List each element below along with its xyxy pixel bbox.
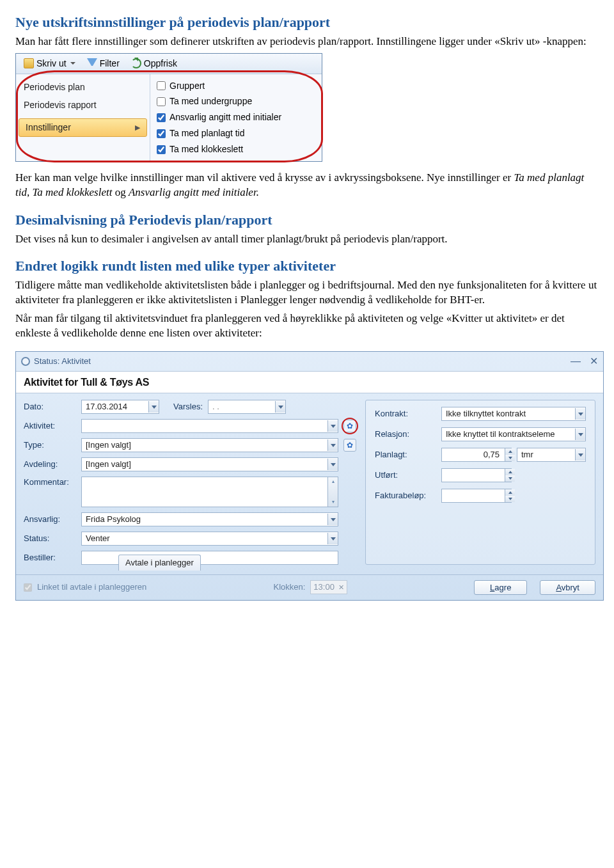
scrollbar[interactable]: ▴▾ <box>327 477 338 507</box>
type-gear-button[interactable]: ✿ <box>343 439 356 452</box>
kontrakt-input[interactable]: Ikke tilknyttet kontrakt <box>441 407 586 421</box>
label-dato: Dato: <box>24 401 76 413</box>
dialog-bottom: Linket til avtale i planleggeren Klokken… <box>16 574 603 600</box>
checkbox-planlagt[interactable] <box>157 129 166 138</box>
filter-icon <box>87 58 97 68</box>
check-planlagt[interactable]: Ta med planlagt tid <box>155 125 317 141</box>
row-type: Type: [Ingen valgt] ✿ <box>24 438 356 452</box>
dropdown-icon[interactable] <box>575 449 585 461</box>
faktura-input[interactable] <box>441 489 512 503</box>
planlagt-unit[interactable]: tmr <box>517 448 586 462</box>
row-kommentar: Kommentar: ▴▾ <box>24 477 356 507</box>
heading-print-settings: Nye utskriftsinnstillinger på periodevis… <box>15 13 599 32</box>
lagre-button[interactable]: Lagre <box>474 580 527 595</box>
stepper[interactable] <box>505 448 515 461</box>
check-undergruppe[interactable]: Ta med undergruppe <box>155 93 317 109</box>
dato-input[interactable]: 17.03.2014 <box>81 400 159 414</box>
section-print-settings: Nye utskriftsinnstillinger på periodevis… <box>15 13 599 200</box>
skriv-ut-button[interactable]: Skriv ut <box>20 56 79 71</box>
label-utfort: Utført: <box>375 470 436 481</box>
oppfrisk-label: Oppfrisk <box>144 58 177 70</box>
kommentar-input[interactable]: ▴▾ <box>81 477 338 507</box>
dropdown-icon[interactable] <box>327 514 338 525</box>
row-kontrakt: Kontrakt: Ikke tilknyttet kontrakt <box>375 407 586 421</box>
utfort-input[interactable] <box>441 468 512 482</box>
scroll-up-icon[interactable]: ▴ <box>328 477 338 486</box>
row-ansvarlig: Ansvarlig: Frida Psykolog <box>24 512 356 526</box>
menu-item-rapport[interactable]: Periodevis rapport <box>16 96 150 114</box>
row-faktura: Fakturabeløp: <box>375 489 586 503</box>
dropdown-icon[interactable] <box>575 429 585 440</box>
avdeling-input[interactable]: [Ingen valgt] <box>81 457 338 471</box>
row-utfort: Utført: <box>375 468 586 482</box>
type-input[interactable]: [Ingen valgt] <box>81 438 338 452</box>
menu-item-innstillinger[interactable]: Innstillinger ▶ <box>19 118 147 137</box>
aktivitet-gear-button[interactable]: ✿ <box>343 420 356 432</box>
label-ansvarlig: Ansvarlig: <box>24 514 76 525</box>
check-gruppert[interactable]: Gruppert <box>155 78 317 94</box>
dropdown-icon[interactable] <box>327 533 338 544</box>
label-faktura: Fakturabeløp: <box>375 490 436 501</box>
section-decimal: Desimalvisning på Periodevis plan/rappor… <box>15 210 599 247</box>
filter-button[interactable]: Filter <box>83 56 123 71</box>
print-menu-screenshot: Skriv ut Filter Oppfrisk Periodevis plan… <box>15 53 322 162</box>
planlagt-input[interactable]: 0,75 <box>441 448 512 462</box>
row-relasjon: Relasjon: Ikke knyttet til kontraktselem… <box>375 427 586 441</box>
tab-avtale[interactable]: Avtale i planlegger <box>118 555 201 571</box>
skriv-ut-label: Skriv ut <box>36 58 67 70</box>
stepper[interactable] <box>505 469 515 482</box>
checkbox-undergruppe[interactable] <box>157 97 166 106</box>
aktivitet-input[interactable] <box>81 419 338 433</box>
dropdown-icon[interactable] <box>327 459 338 470</box>
refresh-icon <box>131 58 141 68</box>
dropdown-icon[interactable] <box>327 420 338 432</box>
dropdown-icon[interactable] <box>148 401 159 413</box>
menu-toolbar: Skriv ut Filter Oppfrisk <box>16 54 322 74</box>
dialog-right-column: Kontrakt: Ikke tilknyttet kontrakt Relas… <box>365 400 595 565</box>
dropdown-icon[interactable] <box>275 401 285 413</box>
dropdown-icon[interactable] <box>327 439 338 451</box>
close-icon[interactable]: ✕ <box>590 354 598 368</box>
dialog-body: Dato: 17.03.2014 Varsles: . . Aktivitet:… <box>16 393 603 570</box>
label-gruppert: Gruppert <box>169 80 205 92</box>
oppfrisk-button[interactable]: Oppfrisk <box>127 56 181 71</box>
checkbox-initialer[interactable] <box>157 113 166 122</box>
dialog-buttons: Lagre Avbryt <box>474 580 595 595</box>
menu-item-plan[interactable]: Periodevis plan <box>16 78 150 97</box>
checkbox-gruppert[interactable] <box>157 81 166 90</box>
para-intro: Man har fått flere innstillinger som def… <box>15 35 599 49</box>
label-linket: Linket til avtale i planleggeren <box>37 581 146 593</box>
check-initialer[interactable]: Ansvarlig angitt med initialer <box>155 109 317 125</box>
check-klokkeslett[interactable]: Ta med klokkeslett <box>155 141 317 157</box>
section-logic: Endret logikk rundt listen med ulike typ… <box>15 256 599 340</box>
label-relasjon: Relasjon: <box>375 429 436 440</box>
heading-logic: Endret logikk rundt listen med ulike typ… <box>15 256 599 276</box>
label-avdeling: Avdeling: <box>24 459 76 470</box>
minimize-icon[interactable]: — <box>571 354 581 368</box>
row-status: Status: Venter <box>24 532 356 546</box>
relasjon-input[interactable]: Ikke knyttet til kontraktseleme <box>441 427 586 441</box>
scroll-down-icon[interactable]: ▾ <box>328 498 338 507</box>
label-klokkeslett: Ta med klokkeslett <box>169 143 243 155</box>
stepper[interactable] <box>505 489 515 502</box>
gear-icon <box>21 357 30 366</box>
dialog-titlebar: Status: Aktivitet — ✕ <box>16 352 603 371</box>
checkbox-klokkeslett[interactable] <box>157 145 166 154</box>
para-logic-2: Når man får tilgang til aktivitetsvindue… <box>15 312 599 341</box>
menu-left-column: Periodevis plan Periodevis rapport Innst… <box>16 74 150 161</box>
ansvarlig-input[interactable]: Frida Psykolog <box>81 512 338 526</box>
clear-icon[interactable]: ✕ <box>338 583 344 592</box>
varsles-input[interactable]: . . <box>208 400 286 414</box>
row-avdeling: Avdeling: [Ingen valgt] <box>24 457 356 471</box>
avbryt-button[interactable]: Avbryt <box>540 580 595 595</box>
submenu-arrow-icon: ▶ <box>135 123 140 132</box>
linket-check: Linket til avtale i planleggeren <box>24 581 146 593</box>
label-type: Type: <box>24 439 76 451</box>
status-input[interactable]: Venter <box>81 532 338 546</box>
label-aktivitet: Aktivitet: <box>24 420 76 432</box>
label-klokken: Klokken: <box>273 581 305 593</box>
dialog-heading: Aktivitet for Tull & Tøys AS <box>16 371 603 394</box>
window-controls: — ✕ <box>571 354 598 368</box>
label-bestiller: Bestiller: <box>24 552 76 564</box>
dropdown-icon[interactable] <box>575 408 585 420</box>
